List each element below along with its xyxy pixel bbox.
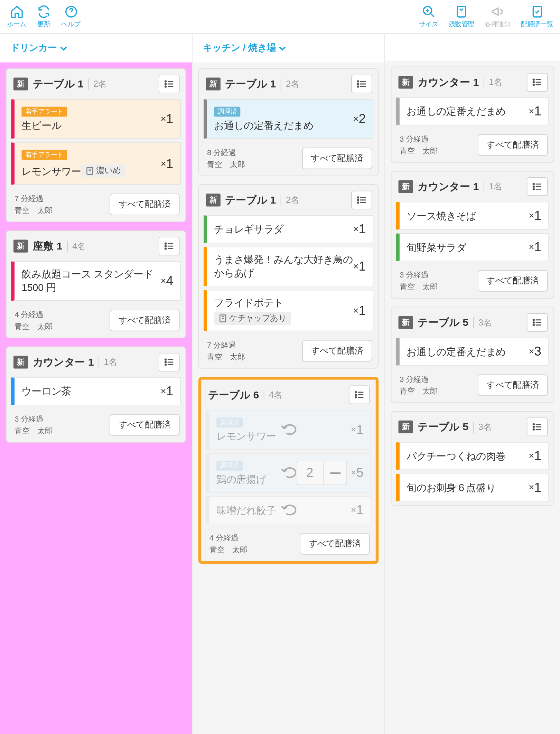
new-badge: 新 [13, 356, 28, 368]
new-badge: 新 [399, 76, 413, 88]
serve-all-button[interactable]: すべて配膳済 [478, 134, 548, 156]
card-title: カウンター 1 [418, 75, 479, 90]
serve-all-button[interactable]: すべて配膳済 [110, 194, 180, 215]
serve-all-button[interactable]: すべて配膳済 [302, 148, 372, 169]
refresh-button[interactable]: 更新 [37, 5, 51, 29]
order-item[interactable]: 旬野菜サラダ×1 [396, 233, 549, 261]
chevron-down-icon [279, 44, 287, 52]
order-card: 新カウンター 11名ウーロン茶×13 分経過青空 太郎すべて配膳済 [6, 346, 186, 442]
card-menu-button[interactable] [351, 191, 372, 209]
help-icon [64, 5, 78, 19]
served-list-button[interactable]: 配膳済一覧 [521, 5, 553, 29]
card-meta: 3 分経過青空 太郎 [400, 270, 438, 292]
serve-all-button[interactable]: すべて配膳済 [478, 374, 548, 396]
order-item[interactable]: うまさ爆発！みんな大好き鳥のからあげ×1 [204, 247, 373, 286]
section-drinker-title[interactable]: ドリンカー [0, 34, 192, 63]
undo-button[interactable] [279, 501, 300, 520]
column-drinker-body: 新テーブル 12名着手アラート生ビール×1着手アラートレモンサワー濃いめ×17 … [0, 63, 192, 734]
order-item[interactable]: お通しの定番えだまめ×1 [396, 97, 549, 125]
svg-rect-46 [330, 472, 340, 474]
qty-minus[interactable] [323, 461, 347, 485]
order-item[interactable]: 着手アラートレモンサワー濃いめ×1 [11, 142, 181, 185]
card-meta: 7 分経過青空 太郎 [15, 193, 53, 216]
order-card: 新カウンター 11名ソース焼きそば×1旬野菜サラダ×13 分経過青空 太郎すべて… [391, 171, 554, 299]
card-footer: 3 分経過青空 太郎すべて配膳済 [7, 409, 186, 442]
card-menu-button[interactable] [527, 313, 548, 332]
card-footer: 4 分経過青空 太郎すべて配膳済 [201, 528, 376, 561]
card-meta: 4 分経過青空 太郎 [209, 533, 248, 555]
card-header: 新テーブル 53名 [391, 307, 553, 338]
order-item[interactable]: 調理済お通しの定番えだまめ×2 [204, 99, 373, 139]
help-button[interactable]: ヘルプ [61, 5, 81, 29]
item-name: 旬のお刺身６点盛り [407, 482, 496, 493]
order-item[interactable]: 味噌だれ餃子×1 [206, 496, 371, 524]
size-button[interactable]: サイズ [419, 5, 438, 29]
item-name: レモンサワー [216, 431, 276, 442]
order-item[interactable]: 旬のお刺身６点盛り×1 [396, 473, 549, 501]
card-menu-button[interactable] [527, 73, 548, 92]
order-item[interactable]: 飲み放題コース スタンダード 1500 円×4 [11, 261, 181, 301]
stock-button[interactable]: 残数管理 [449, 5, 474, 29]
card-meta: 7 分経過青空 太郎 [207, 339, 245, 362]
svg-point-54 [533, 186, 534, 187]
item-badge: 調理済 [216, 461, 243, 471]
card-menu-button[interactable] [527, 177, 548, 196]
home-label: ホーム [7, 20, 26, 28]
item-option: 濃いめ [81, 164, 125, 177]
qty-control[interactable]: 2 [296, 461, 347, 485]
new-badge: 新 [13, 240, 28, 253]
serve-all-button[interactable]: すべて配膳済 [300, 533, 370, 554]
order-item[interactable]: パクチーつくねの肉巻×1 [396, 442, 549, 470]
card-menu-button[interactable] [159, 75, 180, 93]
home-button[interactable]: ホーム [7, 5, 26, 29]
order-item[interactable]: 調理済鶏の唐揚げ×52 [206, 453, 371, 493]
card-menu-button[interactable] [527, 417, 548, 436]
card-guests: 1名 [484, 77, 503, 88]
serve-all-button[interactable]: すべて配膳済 [302, 340, 372, 361]
order-item[interactable]: フライドポテトケチャップあり×1 [204, 290, 373, 331]
order-item[interactable]: 着手アラート生ビール×1 [11, 99, 181, 139]
item-qty: ×1 [161, 111, 173, 126]
order-item[interactable]: 調理済レモンサワー×1 [206, 410, 371, 450]
svg-point-21 [165, 364, 166, 366]
card-header: 新テーブル 12名 [7, 69, 186, 99]
svg-point-19 [165, 359, 166, 360]
svg-point-42 [355, 397, 356, 398]
serve-all-button[interactable]: すべて配膳済 [110, 414, 180, 435]
svg-point-5 [165, 83, 166, 85]
card-menu-button[interactable] [351, 75, 372, 93]
item-name: 飲み放題コース スタンダード 1500 円 [21, 269, 153, 293]
card-menu-button[interactable] [159, 353, 180, 371]
item-qty: ×1 [353, 222, 366, 237]
home-icon [10, 5, 24, 19]
order-item[interactable]: ウーロン茶×1 [11, 377, 181, 405]
section-kitchen-title[interactable]: キッチン / 焼き場 [193, 34, 384, 63]
card-menu-button[interactable] [159, 237, 180, 255]
card-guests: 1名 [99, 357, 118, 368]
card-title: テーブル 6 [208, 388, 259, 402]
order-card: テーブル 64名調理済レモンサワー×1調理済鶏の唐揚げ×52味噌だれ餃子×14 … [198, 377, 379, 564]
card-header: 新テーブル 12名 [199, 185, 378, 215]
card-menu-button[interactable] [349, 385, 370, 404]
serve-all-button[interactable]: すべて配膳済 [478, 270, 548, 291]
announce-label: 各種通知 [485, 20, 510, 28]
card-meta: 8 分経過青空 太郎 [207, 147, 245, 170]
card-meta: 4 分経過青空 太郎 [15, 309, 53, 332]
refresh-label: 更新 [37, 20, 50, 28]
card-title: テーブル 1 [225, 193, 276, 207]
item-qty: ×1 [161, 156, 173, 171]
card-guests: 1名 [484, 181, 503, 192]
item-option: ケチャップあり [214, 312, 291, 325]
card-title: カウンター 1 [418, 180, 479, 194]
serve-all-button[interactable]: すべて配膳済 [110, 310, 180, 331]
card-header: 新カウンター 11名 [391, 171, 553, 202]
order-item[interactable]: ソース焼きそば×1 [396, 202, 549, 230]
item-qty: ×1 [353, 303, 366, 318]
order-item[interactable]: お通しの定番えだまめ×3 [396, 338, 549, 366]
order-item[interactable]: チョレギサラダ×1 [204, 215, 373, 243]
undo-button[interactable] [279, 421, 300, 439]
svg-point-67 [533, 429, 534, 430]
announce-button[interactable]: 各種通知 [485, 5, 510, 29]
served-label: 配膳済一覧 [521, 20, 553, 28]
section-title-text: ドリンカー [10, 42, 57, 54]
